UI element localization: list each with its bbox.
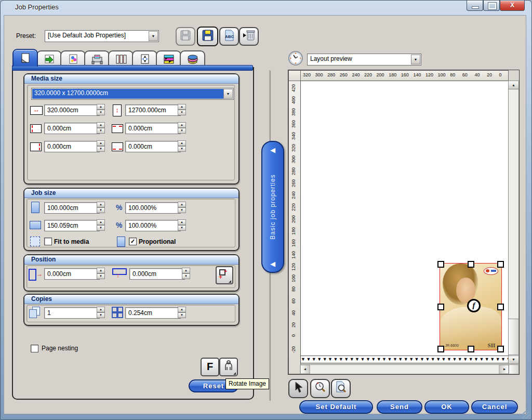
v-ruler-label: 200 bbox=[291, 215, 296, 223]
job-width-spinner[interactable]: ▲▼ bbox=[97, 202, 105, 213]
preview-mode-select[interactable]: Layout preview ▼ bbox=[307, 54, 421, 65]
collapse-down-icon[interactable]: ◀ bbox=[262, 260, 283, 268]
collapse-up-icon[interactable]: ◀ bbox=[262, 146, 283, 154]
save-preset-button[interactable] bbox=[176, 27, 195, 46]
selection-handle-se[interactable] bbox=[497, 346, 504, 352]
left-margin-spinner[interactable]: ▲▼ bbox=[97, 122, 105, 134]
right-margin-field[interactable]: 0.000cm bbox=[44, 141, 100, 152]
job-height-percent-spinner[interactable]: ▲▼ bbox=[178, 219, 186, 231]
close-button[interactable]: X bbox=[500, 1, 525, 11]
rename-preset-button[interactable]: ABC bbox=[219, 27, 239, 46]
scroll-down-button[interactable]: ▼ bbox=[508, 356, 519, 364]
copy-spacing-spinner[interactable]: ▲▼ bbox=[178, 307, 186, 318]
title-bar[interactable]: Job Properties X bbox=[1, 1, 532, 15]
chevron-down-icon[interactable]: ▼ bbox=[411, 55, 420, 64]
v-ruler-label: 420 bbox=[291, 84, 296, 92]
v-ruler-label: 300 bbox=[291, 155, 296, 163]
media-preset-select[interactable]: 320.0000 x 12700.0000cm ▼ bbox=[31, 88, 234, 100]
height-percent-icon: % bbox=[116, 221, 122, 229]
job-width-percent-field[interactable]: 100.000% bbox=[125, 202, 181, 214]
flip-arrow-tab-icon bbox=[44, 54, 55, 64]
page-zoom-icon bbox=[335, 381, 347, 393]
tab-tiling[interactable] bbox=[108, 50, 134, 67]
scroll-up-button[interactable]: ▲ bbox=[508, 81, 519, 89]
job-height-spinner[interactable]: ▲▼ bbox=[97, 219, 105, 231]
tab-separations[interactable] bbox=[156, 50, 181, 67]
tab-color-management[interactable] bbox=[180, 50, 205, 67]
tab-printer-options[interactable] bbox=[84, 50, 110, 67]
media-height-spinner[interactable]: ▲▼ bbox=[178, 104, 186, 115]
chevron-down-icon[interactable]: ▼ bbox=[223, 89, 233, 99]
position-x-spinner[interactable]: ▲▼ bbox=[97, 268, 105, 279]
save-preset-as-button[interactable] bbox=[197, 27, 218, 46]
send-button[interactable]: Send bbox=[377, 400, 422, 414]
tab-color-adjust[interactable] bbox=[60, 50, 86, 67]
selection-handle-s[interactable] bbox=[468, 346, 474, 352]
position-x-field[interactable]: 0.000cm bbox=[44, 268, 100, 280]
left-margin-field[interactable]: 0.000cm bbox=[44, 123, 100, 134]
vertical-scroll-thumb[interactable] bbox=[508, 319, 519, 355]
image-rotation-badge[interactable]: f bbox=[467, 299, 481, 312]
top-margin-field[interactable]: 0.000cm bbox=[125, 123, 181, 134]
select-tool-button[interactable] bbox=[288, 379, 308, 398]
preview-job-image[interactable]: f JR-6600 SII bbox=[440, 263, 502, 350]
page-nesting-checkbox[interactable] bbox=[31, 345, 38, 352]
rotate-image-button[interactable] bbox=[219, 358, 238, 376]
job-height-percent-field[interactable]: 100.000% bbox=[125, 220, 181, 231]
ruler-corner-box bbox=[288, 70, 301, 81]
media-width-field[interactable]: 320.000cm bbox=[44, 104, 100, 116]
width-percent-icon: % bbox=[116, 203, 122, 212]
selection-handle-w[interactable] bbox=[437, 304, 444, 310]
position-y-field[interactable]: 0.000cm bbox=[129, 268, 185, 280]
job-height-field[interactable]: 150.059cm bbox=[44, 220, 100, 231]
tab-marks[interactable] bbox=[132, 50, 157, 67]
bottom-margin-spinner[interactable]: ▲▼ bbox=[178, 140, 186, 152]
abc-rename-icon: ABC bbox=[223, 29, 235, 42]
h-ruler-label: 100 bbox=[438, 72, 446, 77]
preset-select[interactable]: [Use Default Job Properties] ▼ bbox=[45, 30, 159, 42]
media-height-field[interactable]: 12700.000cm bbox=[125, 104, 181, 116]
preview-refresh-clock-button[interactable] bbox=[288, 50, 303, 66]
copies-count-field[interactable]: 1 bbox=[44, 307, 100, 319]
minimize-icon bbox=[472, 6, 479, 9]
minimize-button[interactable] bbox=[467, 1, 483, 11]
fit-to-media-label: Fit to media bbox=[54, 238, 89, 245]
basic-job-properties-side-tab[interactable]: ◀ Basic job properties ◀ bbox=[261, 141, 284, 273]
interactive-position-button[interactable]: + + bbox=[216, 266, 233, 284]
top-margin-spinner[interactable]: ▲▼ bbox=[178, 122, 186, 134]
tab-flip[interactable] bbox=[36, 50, 62, 67]
selection-handle-nw[interactable] bbox=[437, 261, 444, 268]
set-default-button[interactable]: Set Default bbox=[299, 400, 373, 414]
ok-button[interactable]: OK bbox=[424, 400, 469, 414]
chevron-down-icon[interactable]: ▼ bbox=[149, 31, 158, 41]
job-size-title: Job size bbox=[24, 189, 238, 198]
fit-to-media-checkbox[interactable] bbox=[44, 238, 52, 245]
copies-count-spinner[interactable]: ▲▼ bbox=[97, 307, 105, 318]
media-size-tab-icon bbox=[20, 53, 31, 63]
fit-view-tool-button[interactable] bbox=[331, 379, 351, 398]
bottom-margin-field[interactable]: 0.000cm bbox=[125, 141, 181, 152]
delete-preset-button[interactable] bbox=[239, 27, 259, 46]
copy-spacing-field[interactable]: 0.254cm bbox=[125, 307, 181, 319]
cancel-button[interactable]: Cancel bbox=[471, 400, 518, 414]
proportional-checkbox[interactable]: ✓ bbox=[129, 238, 137, 245]
right-margin-spinner[interactable]: ▲▼ bbox=[97, 140, 105, 152]
horizontal-scrollbar[interactable] bbox=[300, 364, 519, 374]
media-width-spinner[interactable]: ▲▼ bbox=[97, 104, 105, 115]
resize-grip[interactable] bbox=[523, 411, 530, 418]
scroll-left-button[interactable]: ▲ bbox=[300, 365, 310, 374]
maximize-button[interactable] bbox=[483, 1, 500, 11]
dynamic-zoom-tool-button[interactable] bbox=[310, 379, 330, 398]
selection-handle-ne[interactable] bbox=[497, 261, 504, 268]
job-width-field[interactable]: 100.000cm bbox=[44, 202, 100, 214]
tab-media-size[interactable] bbox=[12, 49, 38, 67]
v-ruler-label: 220 bbox=[291, 203, 296, 211]
job-width-percent-spinner[interactable]: ▲▼ bbox=[178, 202, 186, 213]
scroll-right-button[interactable]: ▲ bbox=[499, 365, 509, 374]
selection-handle-e[interactable] bbox=[497, 304, 504, 310]
position-y-icon: ↑ bbox=[111, 268, 127, 280]
selection-handle-sw[interactable] bbox=[437, 346, 444, 352]
position-y-spinner[interactable]: ▲▼ bbox=[182, 268, 190, 279]
flip-button[interactable]: F bbox=[201, 358, 219, 376]
selection-handle-n[interactable] bbox=[468, 261, 474, 268]
